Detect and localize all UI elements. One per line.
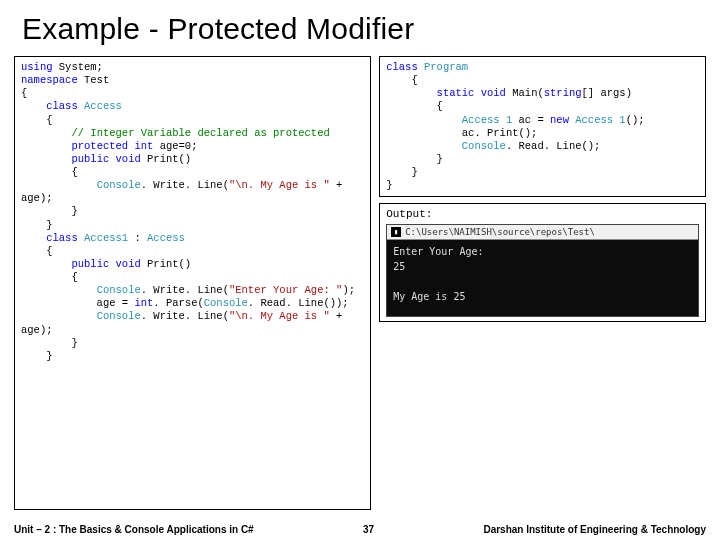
comment: // Integer Variable declared as protecte… (71, 127, 329, 139)
console-path: C:\Users\NAIMISH\source\repos\Test\ (405, 227, 595, 237)
code-box-left: using System; namespace Test { class Acc… (14, 56, 371, 510)
content-columns: using System; namespace Test { class Acc… (14, 56, 706, 510)
footer-unit: Unit – 2 : The Basics & Console Applicat… (14, 524, 254, 535)
kw-namespace: namespace (21, 74, 78, 86)
console-output-text: Enter Your Age: 25 My Age is 25 (387, 240, 698, 316)
kw-using: using (21, 61, 53, 73)
slide-footer: Unit – 2 : The Basics & Console Applicat… (0, 518, 720, 540)
footer-page-number: 37 (363, 524, 374, 535)
console-window: ▮ C:\Users\NAIMISH\source\repos\Test\ En… (386, 224, 699, 317)
cmd-icon: ▮ (391, 227, 401, 237)
page-title: Example - Protected Modifier (22, 12, 706, 46)
output-label: Output: (386, 208, 699, 220)
code-box-right: class Program { static void Main(string[… (379, 56, 706, 197)
console-titlebar: ▮ C:\Users\NAIMISH\source\repos\Test\ (387, 225, 698, 240)
output-box: Output: ▮ C:\Users\NAIMISH\source\repos\… (379, 203, 706, 322)
footer-institute: Darshan Institute of Engineering & Techn… (483, 524, 706, 535)
